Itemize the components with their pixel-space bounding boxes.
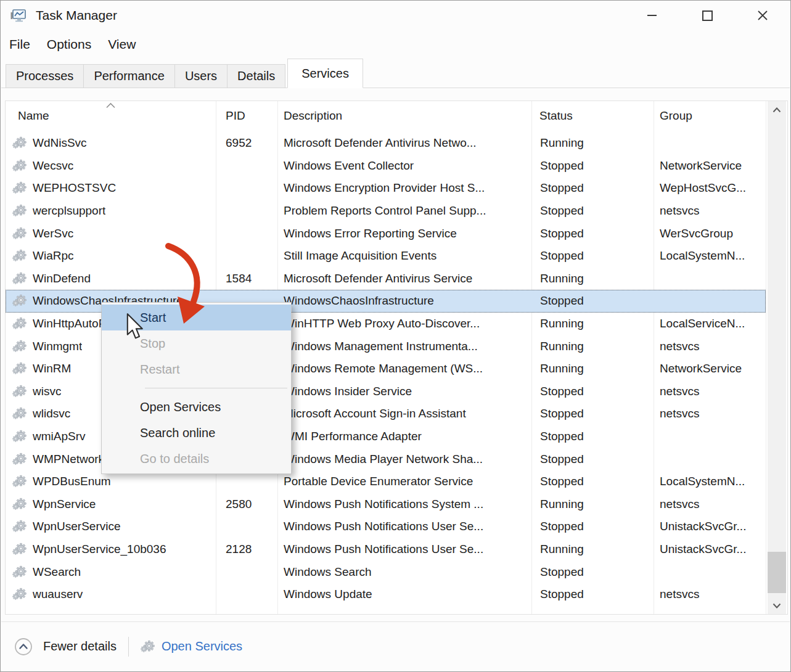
- context-menu: StartStopRestartOpen ServicesSearch onli…: [101, 302, 292, 474]
- task-manager-window: Task Manager FileOptionsView ProcessesPe…: [0, 0, 791, 672]
- cell-name: WPDBusEnum: [6, 475, 216, 488]
- cell-description: Still Image Acquisition Events: [277, 249, 531, 263]
- context-menu-item-restart: Restart: [102, 356, 291, 382]
- cell-description: Windows Insider Service: [277, 385, 531, 398]
- cell-group: NetworkService: [654, 362, 766, 375]
- cell-name: WEPHOSTSVC: [6, 181, 216, 195]
- minimize-button[interactable]: [624, 1, 679, 30]
- service-row-WiaRpc[interactable]: WiaRpcStill Image Acquisition EventsStop…: [6, 245, 766, 268]
- scrollbar-thumb[interactable]: [768, 552, 786, 593]
- service-row-wercplsupport[interactable]: wercplsupportProblem Reports Control Pan…: [6, 200, 766, 223]
- cell-pid: 1584: [216, 272, 277, 285]
- menu-file[interactable]: File: [9, 37, 30, 52]
- column-header-description[interactable]: Description: [284, 101, 342, 131]
- service-row-Wecsvc[interactable]: WecsvcWindows Event CollectorStoppedNetw…: [6, 155, 766, 178]
- cell-name: wercplsupport: [6, 204, 216, 218]
- cell-group: WerSvcGroup: [654, 227, 766, 240]
- cell-description: Windows Event Collector: [277, 159, 531, 173]
- vertical-scrollbar: [768, 101, 786, 614]
- cell-name: Wecsvc: [6, 159, 216, 173]
- cell-status: Stopped: [531, 475, 654, 488]
- cell-status: Stopped: [531, 453, 654, 466]
- context-menu-item-search-online[interactable]: Search online: [102, 420, 291, 446]
- service-gear-icon: [12, 181, 27, 195]
- service-gear-icon: [12, 543, 27, 556]
- cell-status: Stopped: [531, 588, 654, 601]
- cell-name: WerSvc: [6, 227, 216, 240]
- chevron-up-icon: [773, 107, 781, 113]
- service-row-WEPHOSTSVC[interactable]: WEPHOSTSVCWindows Encryption Provider Ho…: [6, 177, 766, 200]
- cell-description: Windows Management Instrumenta...: [277, 340, 531, 353]
- service-row-WerSvc[interactable]: WerSvcWindows Error Reporting ServiceSto…: [6, 222, 766, 245]
- column-header-status[interactable]: Status: [539, 101, 573, 131]
- cell-description: Windows Encryption Provider Host S...: [277, 181, 531, 195]
- tab-details[interactable]: Details: [227, 64, 285, 88]
- tab-processes[interactable]: Processes: [6, 64, 84, 88]
- cell-status: Running: [531, 362, 654, 375]
- service-gear-icon: [12, 362, 27, 375]
- cell-group: LocalServiceN...: [654, 317, 766, 330]
- cell-status: Running: [531, 543, 654, 556]
- cell-description: Microsoft Defender Antivirus Netwo...: [277, 136, 531, 150]
- maximize-button[interactable]: [679, 1, 735, 30]
- service-gear-icon: [12, 272, 27, 285]
- service-row-WinDefend[interactable]: WinDefend1584Microsoft Defender Antiviru…: [6, 268, 766, 290]
- cell-status: Stopped: [531, 565, 654, 579]
- column-header-name[interactable]: Name: [18, 101, 49, 131]
- cell-description: Windows Search: [277, 565, 531, 579]
- menu-options[interactable]: Options: [47, 37, 91, 52]
- service-row-WpnService[interactable]: WpnService2580Windows Push Notifications…: [6, 493, 766, 516]
- tab-list: ProcessesPerformanceUsersDetailsServices: [6, 59, 363, 88]
- context-menu-item-stop: Stop: [102, 330, 291, 356]
- maximize-icon: [702, 10, 713, 21]
- title-bar: Task Manager: [1, 1, 790, 30]
- cell-description: WinHTTP Web Proxy Auto-Discover...: [277, 317, 531, 330]
- cell-pid: 2128: [216, 543, 277, 556]
- cell-name: WiaRpc: [6, 249, 216, 263]
- cell-name: wuauserv: [6, 588, 216, 601]
- window-title: Task Manager: [36, 8, 117, 23]
- service-row-wuauserv[interactable]: wuauservWindows UpdateStoppednetsvcs: [6, 583, 766, 606]
- tab-users[interactable]: Users: [174, 64, 227, 88]
- service-gear-icon: [12, 317, 27, 330]
- service-row-WpnUserService[interactable]: WpnUserServiceWindows Push Notifications…: [6, 515, 766, 538]
- cell-status: Stopped: [531, 227, 654, 240]
- sort-ascending-icon: [105, 102, 116, 109]
- scroll-down-button[interactable]: [768, 597, 786, 614]
- tab-performance[interactable]: Performance: [83, 64, 175, 88]
- service-gear-icon: [12, 588, 27, 601]
- minimize-icon: [647, 15, 657, 16]
- cell-status: Stopped: [531, 159, 654, 173]
- service-row-WpnUserService_10b036[interactable]: WpnUserService_10b0362128Windows Push No…: [6, 538, 766, 561]
- service-gear-icon: [12, 249, 27, 263]
- tab-bar: ProcessesPerformanceUsersDetailsServices: [1, 58, 790, 88]
- footer-divider: [128, 637, 129, 657]
- open-services-label: Open Services: [162, 639, 242, 654]
- cell-group: netsvcs: [654, 407, 766, 420]
- column-header-pid[interactable]: PID: [226, 101, 245, 131]
- chevron-up-circle-icon: [14, 637, 33, 656]
- service-gear-icon: [12, 159, 27, 173]
- open-services-link[interactable]: Open Services: [141, 639, 242, 654]
- cell-group: netsvcs: [654, 204, 766, 218]
- scroll-up-button[interactable]: [768, 101, 786, 118]
- service-row-WSearch[interactable]: WSearchWindows SearchStopped: [6, 560, 766, 583]
- column-divider: [766, 101, 766, 614]
- menu-separator: [145, 388, 287, 388]
- menu-view[interactable]: View: [108, 37, 136, 52]
- column-header-group[interactable]: Group: [660, 101, 692, 131]
- task-manager-icon: [10, 7, 27, 24]
- chevron-down-icon: [773, 603, 781, 608]
- cell-description: Windows Remote Management (WS...: [277, 362, 531, 375]
- cell-description: Windows Push Notifications System ...: [277, 498, 531, 511]
- fewer-details-toggle[interactable]: Fewer details: [14, 637, 117, 656]
- cell-status: Running: [531, 317, 654, 330]
- service-row-WdNisSvc[interactable]: WdNisSvc6952Microsoft Defender Antivirus…: [6, 132, 766, 155]
- context-menu-item-start[interactable]: Start: [102, 305, 291, 330]
- service-gear-icon: [12, 136, 27, 150]
- cell-name: WpnService: [6, 498, 216, 511]
- service-gear-icon: [12, 204, 27, 218]
- close-button[interactable]: [735, 1, 790, 30]
- context-menu-item-open-services[interactable]: Open Services: [102, 394, 291, 420]
- tab-services[interactable]: Services: [287, 59, 363, 88]
